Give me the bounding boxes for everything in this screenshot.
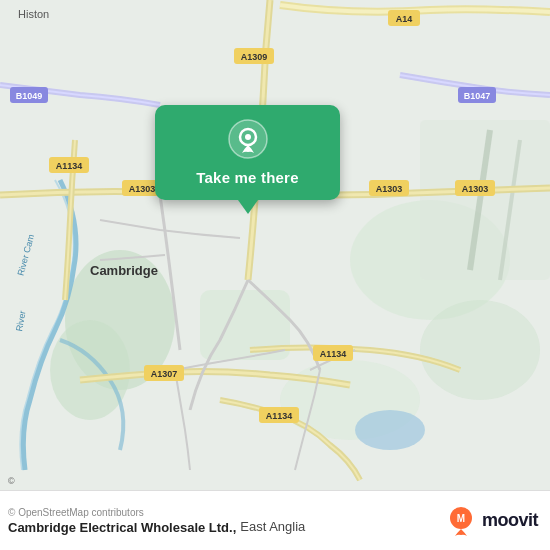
svg-text:A1303: A1303 [376,184,403,194]
bottom-left-info: © OpenStreetMap contributors Cambridge E… [8,507,305,535]
svg-text:M: M [457,513,465,524]
region-text: East Anglia [240,519,305,534]
svg-text:A1307: A1307 [151,369,178,379]
svg-text:B1047: B1047 [464,91,491,101]
svg-point-5 [420,300,540,400]
svg-point-10 [355,410,425,450]
svg-text:A1134: A1134 [56,161,83,171]
svg-point-2 [50,320,130,420]
svg-text:A1134: A1134 [320,349,347,359]
svg-text:A1309: A1309 [241,52,268,62]
location-pin-icon [228,119,268,159]
svg-text:A14: A14 [396,14,413,24]
location-name: Cambridge Electrical Wholesale Ltd., [8,520,236,535]
svg-text:Histon: Histon [18,8,49,20]
svg-text:©: © [8,476,15,486]
svg-point-40 [245,134,251,140]
bottom-bar: © OpenStreetMap contributors Cambridge E… [0,490,550,550]
take-me-there-label: Take me there [196,169,298,186]
svg-text:A1303: A1303 [462,184,489,194]
svg-text:B1049: B1049 [16,91,43,101]
popup-card[interactable]: Take me there [155,105,340,200]
svg-text:A1303: A1303 [129,184,156,194]
map-container[interactable]: A14 A1309 B1049 B1047 A1134 A1303 A1303 … [0,0,550,490]
svg-text:A1134: A1134 [266,411,293,421]
moovit-text: moovit [482,510,538,531]
svg-text:Cambridge: Cambridge [90,263,158,278]
moovit-logo: M moovit [445,505,538,537]
moovit-icon: M [445,505,477,537]
copyright-text: © OpenStreetMap contributors [8,507,305,518]
